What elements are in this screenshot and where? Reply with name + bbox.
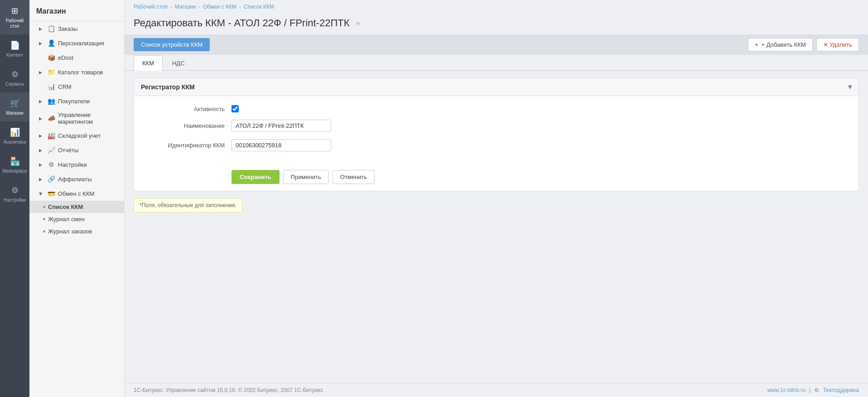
sidebar-item-shop[interactable]: 🛒 Магазин bbox=[0, 92, 29, 121]
sidebar-item-kkm-list[interactable]: Список ККМ bbox=[29, 201, 124, 213]
sidebar-item-buyers[interactable]: ▸ 👥 Покупатели bbox=[29, 94, 124, 108]
breadcrumb-desktop[interactable]: Рабочий стол bbox=[134, 4, 168, 10]
tabs-container: ККМ НДС bbox=[125, 55, 868, 71]
sidebar-item-kkm-exchange[interactable]: ▾ 💳 Обмен с ККМ bbox=[29, 186, 124, 201]
plus-icon: + bbox=[755, 41, 758, 48]
sidebar-item-warehouse[interactable]: ▸ 🏭 Складской учет bbox=[29, 128, 124, 143]
reports-expand-icon: ▸ bbox=[36, 146, 44, 154]
sidebar-item-edost[interactable]: ▸ 📦 eDost bbox=[29, 50, 124, 65]
form-row-name: Наименование bbox=[141, 120, 852, 132]
name-input[interactable] bbox=[231, 120, 331, 132]
footer-right: www.1c-bitrix.ru | ⚙ Техподдержка bbox=[767, 387, 859, 393]
desktop-icon: ⊞ bbox=[10, 5, 20, 16]
form-section-title: Регистратор ККМ bbox=[141, 83, 195, 91]
sidebar-item-orders[interactable]: ▸ 📋 Заказы bbox=[29, 21, 124, 36]
footer: 1С-Битрикс: Управление сайтом 15.0.16. ©… bbox=[125, 383, 868, 397]
content-icon: 📄 bbox=[10, 40, 20, 51]
name-label: Наименование bbox=[141, 122, 231, 129]
sidebar-item-services[interactable]: ⚙ Сервисы bbox=[0, 63, 29, 92]
kkm-id-input[interactable] bbox=[231, 139, 331, 151]
orders-journal-bullet bbox=[43, 230, 45, 232]
cancel-button[interactable]: Отменить bbox=[333, 170, 375, 184]
kkm-list-bullet bbox=[43, 206, 45, 208]
footer-website-link[interactable]: www.1c-bitrix.ru bbox=[767, 387, 806, 393]
toolbar-bar: Список устройств ККМ + + Добавить ККМ ✕ … bbox=[125, 34, 868, 55]
save-button[interactable]: Сохранить bbox=[231, 170, 280, 184]
warehouse-icon: 🏭 bbox=[47, 131, 55, 140]
list-devices-button[interactable]: Список устройств ККМ bbox=[134, 38, 210, 51]
orders-icon: ▸ bbox=[36, 24, 44, 33]
sidebar-title: Магазин bbox=[29, 0, 124, 21]
sidebar-item-analytics[interactable]: 📊 Аналитика bbox=[0, 121, 29, 150]
kkm-exchange-expand-icon: ▾ bbox=[36, 189, 44, 198]
sidebar-item-crm[interactable]: ▸ 📊 CRM bbox=[29, 79, 124, 94]
sidebar-item-catalog[interactable]: ▸ 📁 Каталог товаров bbox=[29, 65, 124, 79]
kkm-submenu: Список ККМ Журнал смен Журнал заказов bbox=[29, 201, 124, 237]
action-buttons: Сохранить Применить Отменить bbox=[134, 168, 858, 191]
orders-folder-icon: 📋 bbox=[47, 24, 55, 33]
sidebar-item-marketplace[interactable]: 🏪 Marketplace bbox=[0, 150, 29, 179]
sidebar-item-shift-journal[interactable]: Журнал смен bbox=[29, 213, 124, 225]
breadcrumb: Рабочий стол › Магазин › Обмен с ККМ › С… bbox=[125, 0, 868, 14]
kkm-id-label: Идентификатор ККМ bbox=[141, 142, 231, 149]
footer-copyright: 1С-Битрикс: Управление сайтом 15.0.16. ©… bbox=[134, 387, 323, 393]
apply-button[interactable]: Применить bbox=[283, 170, 329, 184]
form-section-body: Активность Наименование Идентификатор КК… bbox=[134, 96, 858, 168]
delete-kkm-button[interactable]: ✕ Удалить bbox=[816, 38, 859, 51]
shift-journal-bullet bbox=[43, 218, 45, 220]
personalization-icon: 👤 bbox=[47, 39, 55, 47]
catalog-expand-icon: ▸ bbox=[36, 68, 44, 76]
affiliates-icon: 🔗 bbox=[47, 175, 55, 183]
toolbar-left: Список устройств ККМ bbox=[134, 38, 210, 51]
activity-checkbox[interactable] bbox=[231, 105, 239, 112]
services-icon: ⚙ bbox=[10, 69, 20, 80]
buyers-icon: 👥 bbox=[47, 97, 55, 105]
sidebar-item-marketing[interactable]: ▸ 📣 Управление маркетингом bbox=[29, 108, 124, 128]
sidebar-item-reports[interactable]: ▸ 📈 Отчёты bbox=[29, 143, 124, 157]
sidebar-item-orders-journal[interactable]: Журнал заказов bbox=[29, 225, 124, 237]
sidebar-item-affiliates[interactable]: ▸ 🔗 Аффилиаты bbox=[29, 172, 124, 186]
shop-icon: 🛒 bbox=[10, 98, 20, 109]
breadcrumb-kkm-exchange[interactable]: Обмен с ККМ bbox=[203, 4, 236, 10]
sidebar-item-settings-icon[interactable]: ⚙ Настройки bbox=[0, 179, 29, 208]
sidebar-item-app-settings[interactable]: ▸ ⚙ Настройки bbox=[29, 157, 124, 172]
gear-footer-icon: ⚙ bbox=[814, 387, 819, 393]
toolbar-right: + + Добавить ККМ ✕ Удалить bbox=[748, 38, 859, 51]
sidebar-item-content[interactable]: 📄 Контент bbox=[0, 34, 29, 63]
form-section-header[interactable]: Регистратор ККМ ▾ bbox=[134, 78, 858, 96]
marketing-expand-icon: ▸ bbox=[36, 114, 44, 122]
breadcrumb-kkm-list[interactable]: Список ККМ bbox=[244, 4, 274, 10]
personalization-expand-icon: ▸ bbox=[36, 39, 44, 47]
section-collapse-icon: ▾ bbox=[848, 82, 852, 91]
footer-support-link[interactable]: Техподдержка bbox=[823, 387, 859, 393]
main-content: ККМ НДС Регистратор ККМ ▾ Активность Наи… bbox=[125, 55, 868, 383]
affiliates-expand-icon: ▸ bbox=[36, 175, 44, 183]
breadcrumb-shop[interactable]: Магазин bbox=[175, 4, 196, 10]
icon-sidebar: ⊞ Рабочий стол 📄 Контент ⚙ Сервисы 🛒 Маг… bbox=[0, 0, 29, 397]
tab-nds[interactable]: НДС bbox=[164, 55, 193, 71]
settings-icon: ⚙ bbox=[10, 185, 20, 196]
page-header: Редактировать ККМ - АТОЛ 22Ф / FPrint-22… bbox=[125, 14, 868, 34]
app-settings-icon: ⚙ bbox=[47, 160, 55, 169]
tab-kkm[interactable]: ККМ bbox=[134, 55, 163, 71]
form-row-activity: Активность bbox=[141, 105, 852, 112]
marketing-icon: 📣 bbox=[47, 114, 55, 122]
app-settings-expand-icon: ▸ bbox=[36, 160, 44, 169]
main-sidebar: Магазин ▸ 📋 Заказы ▸ 👤 Персонализация ▸ … bbox=[29, 0, 125, 397]
analytics-icon: 📊 bbox=[10, 127, 20, 138]
form-row-kkm-id: Идентификатор ККМ bbox=[141, 139, 852, 151]
kkm-exchange-icon: 💳 bbox=[47, 189, 55, 198]
add-kkm-button[interactable]: + + Добавить ККМ bbox=[748, 38, 813, 51]
sidebar-item-personalization[interactable]: ▸ 👤 Персонализация bbox=[29, 36, 124, 50]
marketplace-icon: 🏪 bbox=[10, 156, 20, 167]
content-area: Рабочий стол › Магазин › Обмен с ККМ › С… bbox=[125, 0, 868, 397]
required-note: *Поля, обязательные для заполнения. bbox=[134, 198, 242, 213]
catalog-icon: 📁 bbox=[47, 68, 55, 76]
reports-icon: 📈 bbox=[47, 146, 55, 154]
buyers-expand-icon: ▸ bbox=[36, 97, 44, 105]
sidebar-item-desktop[interactable]: ⊞ Рабочий стол bbox=[0, 0, 29, 34]
edost-icon: 📦 bbox=[47, 53, 55, 62]
favorite-star-icon[interactable]: ★ bbox=[355, 19, 361, 28]
form-section: Регистратор ККМ ▾ Активность Наименовани… bbox=[134, 77, 859, 191]
crm-icon: 📊 bbox=[47, 82, 55, 91]
